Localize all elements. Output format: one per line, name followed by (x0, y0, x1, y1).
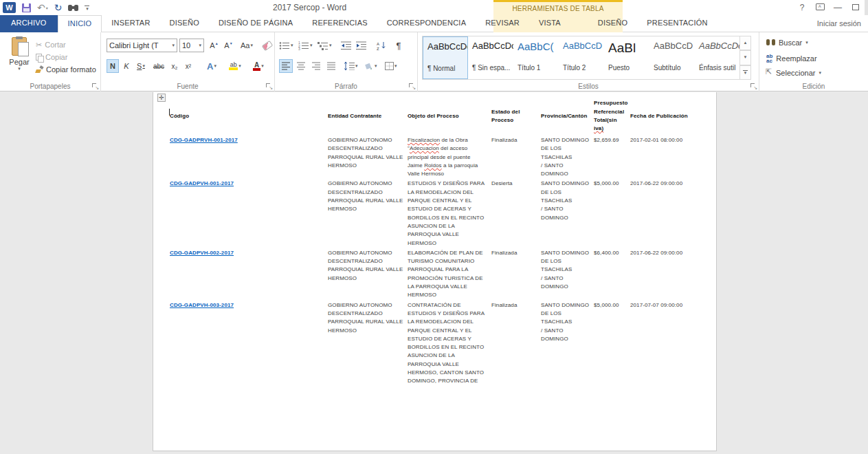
paste-button[interactable]: Pegar ▾ (5, 37, 34, 83)
cell-entidad: GOBIERNO AUTONOMODESCENTRALIZADOPARROQUI… (328, 178, 408, 247)
ribbon-display-options-button[interactable] (811, 3, 829, 12)
svg-text:3: 3 (298, 47, 300, 50)
subscript-button[interactable]: x₂ (168, 59, 181, 73)
clipboard-dialog-launcher[interactable] (92, 83, 98, 89)
style-énfasis-sutil[interactable]: AaBbCcDcÉnfasis sutil (695, 36, 740, 79)
close-button[interactable] (865, 0, 868, 15)
table-tools-label: HERRAMIENTAS DE TABLA (493, 5, 623, 12)
restore-button[interactable] (847, 3, 865, 12)
save-icon[interactable] (22, 3, 31, 12)
style-título-1[interactable]: AaBbC(Título 1 (513, 36, 559, 79)
undo-dropdown-icon[interactable]: ▾ (46, 6, 48, 10)
customize-qat-button[interactable]: ▾ (85, 6, 89, 10)
redo-icon[interactable]: ↻ (54, 2, 63, 13)
undo-icon: ↶ (37, 2, 45, 13)
numbering-icon: 123 (298, 41, 309, 50)
find-icon[interactable] (68, 4, 78, 12)
font-name-combo[interactable]: Calibri Light (T▾ (107, 39, 177, 52)
format-painter-button[interactable]: Copiar formato (36, 63, 96, 76)
group-editing: Buscar▾ abacReemplazar Seleccionar▾ Edic… (759, 32, 868, 91)
style-sin-espa[interactable]: AaBbCcDc¶ Sin espa... (468, 36, 513, 79)
align-left-button[interactable] (279, 59, 293, 73)
tab-diseño-de-página[interactable]: DISEÑO DE PÁGINA (209, 15, 302, 32)
grow-font-button[interactable]: A (208, 39, 221, 52)
cell-entidad: GOBIERNO AUTONOMODESCENTRALIZADOPARROQUI… (328, 135, 408, 178)
clear-formatting-button[interactable] (260, 39, 274, 52)
cell-fecha: 2017-06-22 09:00:00 (630, 248, 695, 300)
numbering-button[interactable]: 123▾ (298, 39, 313, 52)
text-effects-button[interactable]: A▾ (203, 59, 221, 73)
style-normal[interactable]: AaBbCcDc¶ Normal (423, 36, 468, 79)
copy-button[interactable]: Copiar (36, 51, 96, 63)
pilcrow-icon: ¶ (397, 41, 401, 51)
contextual-tab-presentación[interactable]: PRESENTACIÓN (637, 15, 717, 32)
contextual-tab-diseño[interactable]: DISEÑO (588, 15, 637, 32)
change-case-button[interactable]: Aa▾ (238, 39, 256, 52)
table-move-handle[interactable]: ✛ (157, 94, 166, 102)
cell-estado: Finalizada (491, 300, 541, 386)
cut-button[interactable]: ✂Cortar (36, 39, 96, 51)
styles-scroll-up-button[interactable]: ▲ (739, 36, 751, 50)
align-right-button[interactable] (309, 59, 323, 73)
tab-correspondencia[interactable]: CORRESPONDENCIA (377, 15, 476, 32)
font-name-dropdown-icon[interactable]: ▾ (172, 43, 175, 48)
decrease-indent-button[interactable] (341, 39, 352, 52)
justify-button[interactable] (324, 59, 338, 73)
styles-gallery-more-button[interactable]: ▼ (739, 65, 751, 80)
styles-dialog-launcher[interactable] (750, 83, 757, 89)
styles-scroll-down-button[interactable]: ▼ (739, 50, 751, 65)
tab-inicio[interactable]: INICIO (58, 15, 102, 33)
show-paragraph-marks-button[interactable]: ¶ (393, 39, 404, 52)
increase-indent-button[interactable] (356, 39, 367, 52)
line-spacing-button[interactable]: ▾ (344, 59, 358, 73)
shading-button[interactable]: ▾ (364, 59, 377, 73)
font-color-icon: A (253, 62, 260, 71)
tab-vista[interactable]: VISTA (529, 15, 570, 32)
borders-button[interactable]: ▾ (385, 59, 397, 73)
paste-dropdown-icon[interactable]: ▾ (5, 66, 34, 72)
process-link[interactable]: CDG-GADPVH-002-2017 (170, 250, 234, 256)
cell-fecha: 2017-07-07 09:00:00 (630, 300, 695, 386)
highlight-button[interactable]: ab▾ (225, 59, 245, 73)
font-color-button[interactable]: A▾ (249, 59, 268, 73)
bold-button[interactable]: N (107, 59, 119, 73)
help-button[interactable]: ? (793, 3, 811, 12)
process-table: CódigoEntidad ContratanteObjeto del Proc… (170, 98, 695, 386)
replace-button[interactable]: abacReemplazar (766, 54, 817, 63)
tab-diseño[interactable]: DISEÑO (160, 15, 209, 32)
multilevel-list-button[interactable]: ▾ (318, 39, 332, 52)
process-link[interactable]: CDG-GADPRVH-001-2017 (170, 137, 238, 143)
superscript-button[interactable]: x² (182, 59, 194, 73)
bullets-button[interactable]: ▾ (279, 39, 293, 52)
font-size-dropdown-icon[interactable]: ▾ (199, 43, 201, 48)
document-page[interactable]: ✛ CódigoEntidad ContratanteObjeto del Pr… (153, 92, 717, 451)
style-puesto[interactable]: AaBlPuesto (604, 36, 649, 79)
style-subtítulo[interactable]: AaBbCcDSubtítulo (649, 36, 695, 79)
select-button[interactable]: Seleccionar▾ (766, 69, 821, 77)
underline-button[interactable]: S▾ (133, 59, 149, 73)
font-size-combo[interactable]: 10▾ (179, 39, 204, 52)
font-dialog-launcher[interactable] (266, 83, 272, 89)
tab-revisar[interactable]: REVISAR (476, 15, 529, 32)
process-link[interactable]: CDG-GADPVH-001-2017 (170, 180, 234, 186)
italic-button[interactable]: K (121, 59, 132, 73)
styles-gallery: AaBbCcDc¶ NormalAaBbCcDc¶ Sin espa...AaB… (422, 36, 742, 80)
multilevel-list-icon (318, 41, 329, 50)
paragraph-dialog-launcher[interactable] (409, 83, 415, 89)
sort-button[interactable]: AZ (377, 39, 387, 52)
shrink-font-button[interactable]: A (222, 39, 235, 52)
tab-referencias[interactable]: REFERENCIAS (302, 15, 377, 32)
style-título-2[interactable]: AaBbCcDTítulo 2 (559, 36, 604, 79)
process-link[interactable]: CDG-GADPVH-003-2017 (170, 302, 234, 308)
undo-button[interactable]: ↶▾ (37, 2, 48, 13)
sign-in-link[interactable]: Iniciar sesión (817, 19, 861, 28)
align-center-button[interactable] (294, 59, 308, 73)
cell-estado: Desierta (491, 178, 541, 247)
strikethrough-button[interactable]: abc (151, 59, 167, 73)
minimize-button[interactable]: — (829, 3, 847, 12)
tab-insertar[interactable]: INSERTAR (102, 15, 159, 32)
find-button[interactable]: Buscar▾ (766, 39, 808, 47)
select-cursor-icon (766, 69, 772, 77)
title-bar: ↶▾ ↻ ▾ 2017 Sercop - Word HERRAMIENTAS D… (0, 0, 868, 15)
tab-archivo[interactable]: ARCHIVO (0, 15, 58, 32)
